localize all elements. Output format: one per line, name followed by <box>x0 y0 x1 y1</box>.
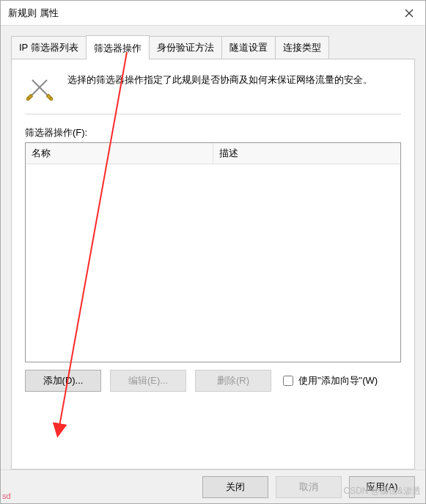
close-icon <box>405 9 414 18</box>
tab-content: 选择的筛选器操作指定了此规则是否协商及如何来保证网络流量的安全。 筛选器操作(F… <box>11 59 415 470</box>
use-wizard-checkbox-wrap[interactable]: 使用"添加向导"(W) <box>280 373 378 388</box>
add-button[interactable]: 添加(D)... <box>25 370 101 392</box>
titlebar: 新规则 属性 <box>1 1 425 26</box>
close-dialog-button[interactable]: 关闭 <box>202 476 268 498</box>
listview-header: 名称 描述 <box>26 143 400 164</box>
description-text: 选择的筛选器操作指定了此规则是否协商及如何来保证网络流量的安全。 <box>67 73 401 88</box>
use-wizard-label: 使用"添加向导"(W) <box>298 374 378 387</box>
swords-icon <box>25 73 54 102</box>
edit-button: 编辑(E)... <box>110 370 186 392</box>
svg-line-2 <box>29 80 47 98</box>
svg-point-7 <box>50 98 53 101</box>
use-wizard-checkbox[interactable] <box>283 376 293 386</box>
svg-point-6 <box>26 98 29 101</box>
column-description[interactable]: 描述 <box>213 143 400 164</box>
tab-connection-type[interactable]: 连接类型 <box>275 36 329 59</box>
column-name[interactable]: 名称 <box>26 143 213 164</box>
tab-auth-method[interactable]: 身份验证方法 <box>149 36 222 59</box>
tab-filter-action[interactable]: 筛选器操作 <box>86 35 150 59</box>
close-button[interactable] <box>393 1 425 26</box>
svg-line-3 <box>32 80 50 98</box>
listview-label: 筛选器操作(F): <box>25 126 401 139</box>
cancel-button: 取消 <box>276 476 342 498</box>
apply-button[interactable]: 应用(A) <box>349 476 415 498</box>
window-title: 新规则 属性 <box>8 7 59 20</box>
tabstrip: IP 筛选器列表 筛选器操作 身份验证方法 隧道设置 连接类型 <box>11 34 415 59</box>
tab-tunnel-settings[interactable]: 隧道设置 <box>221 36 276 59</box>
divider <box>25 114 401 114</box>
tab-ip-filter-list[interactable]: IP 筛选器列表 <box>11 36 87 59</box>
dialog-footer: 关闭 取消 应用(A) <box>1 470 425 503</box>
filter-action-listview[interactable]: 名称 描述 <box>25 142 401 362</box>
remove-button: 删除(R) <box>195 370 271 392</box>
